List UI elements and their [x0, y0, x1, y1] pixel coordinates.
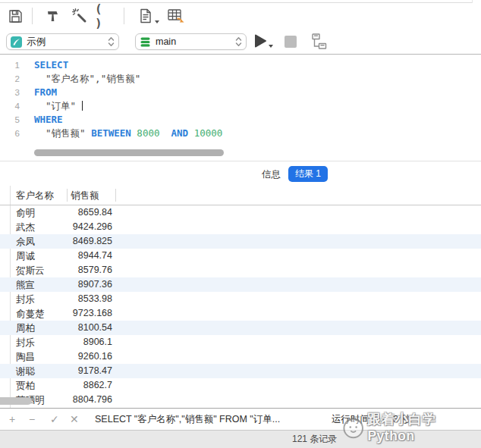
table-row[interactable]: 俞明8659.84	[0, 205, 481, 220]
cell-sales-amount[interactable]: 8579.76	[38, 265, 112, 275]
chevron-up-down-icon	[108, 36, 115, 47]
table-row[interactable]: 封乐8533.98	[0, 292, 481, 306]
table-row[interactable]: 谢聪9178.47	[0, 364, 481, 378]
table-row[interactable]: 封乐8906.1	[0, 335, 481, 349]
code-line: "客户名称","销售额"	[34, 72, 481, 86]
cell-sales-amount[interactable]: 9260.16	[38, 351, 112, 362]
line-number: 2	[0, 72, 20, 86]
database-icon	[140, 36, 151, 48]
stop-button[interactable]	[285, 36, 297, 48]
column-divider[interactable]	[115, 189, 116, 202]
cell-sales-amount[interactable]: 8906.1	[38, 337, 112, 347]
code-line: FROM	[34, 86, 481, 99]
cell-customer-name[interactable]: 封乐	[16, 337, 35, 349]
run-options-caret-icon[interactable]	[269, 45, 273, 48]
cell-sales-amount[interactable]: 9424.296	[38, 221, 112, 232]
sqlite-connection-icon	[11, 36, 22, 48]
cell-customer-name[interactable]: 武杰	[16, 221, 35, 234]
text-cursor	[82, 101, 83, 111]
table-row[interactable]: 苏晒明8804.796	[0, 393, 481, 407]
cell-sales-amount[interactable]: 8907.36	[38, 279, 112, 290]
cell-customer-name[interactable]: 谢聪	[16, 365, 35, 378]
cell-sales-amount[interactable]: 8862.7	[38, 380, 112, 390]
cell-sales-amount[interactable]: 8804.796	[38, 394, 112, 405]
results-header: 客户名称 销售额	[0, 186, 481, 205]
status-bar: + − ✓ ✕ SELECT "客户名称","销售额" FROM "订单... …	[0, 409, 481, 430]
code-snippet-icon: ( )	[95, 2, 116, 30]
editor-code[interactable]: SELECT "客户名称","销售额"FROM "订单" WHERE "销售额"…	[34, 55, 481, 140]
add-record-icon[interactable]: +	[9, 409, 15, 430]
tab-result-1[interactable]: 结果 1	[288, 166, 328, 182]
code-line: SELECT	[34, 58, 481, 72]
cell-sales-amount[interactable]: 8469.825	[38, 236, 112, 246]
grid-hscrollbar-thumb[interactable]	[0, 397, 32, 405]
run-button[interactable]	[254, 34, 267, 51]
line-number: 1	[0, 58, 20, 72]
cell-customer-name[interactable]: 封乐	[16, 293, 35, 306]
code-snippet-button[interactable]: ( )	[95, 5, 116, 27]
table-row[interactable]: 武杰9424.296	[0, 220, 481, 234]
cell-customer-name[interactable]: 俞明	[16, 207, 35, 220]
line-number: 4	[0, 99, 20, 113]
toolbar-separator	[32, 8, 33, 24]
toolbar: ( )	[0, 3, 481, 29]
query-tool-window: ( )	[0, 0, 481, 448]
table-row[interactable]: 贾柏8862.7	[0, 378, 481, 393]
results-body: 俞明8659.84武杰9424.296佘凤8469.825周诚8944.74贺斯…	[0, 205, 481, 407]
column-header-customer-name[interactable]: 客户名称	[16, 190, 54, 202]
export-document-button[interactable]	[135, 5, 156, 27]
cell-sales-amount[interactable]: 9723.168	[38, 308, 112, 318]
table-row[interactable]: 俞蔓楚9723.168	[0, 306, 481, 321]
result-tabbar: 信息 结果 1	[0, 161, 481, 186]
beautify-sql-button[interactable]	[69, 5, 90, 27]
code-line: WHERE	[34, 113, 481, 127]
record-count-bar: 121 条记录	[0, 430, 481, 448]
cell-sales-amount[interactable]: 8533.98	[38, 293, 112, 304]
tab-info[interactable]: 信息	[262, 168, 281, 181]
cell-customer-name[interactable]: 佘凤	[16, 236, 35, 249]
apply-changes-icon[interactable]: ✓	[50, 409, 59, 430]
export-document-icon	[138, 8, 153, 23]
line-number: 5	[0, 113, 20, 127]
code-line: "订单"	[34, 99, 481, 113]
database-select[interactable]: main	[135, 33, 247, 50]
table-row[interactable]: 周柏8100.54	[0, 321, 481, 335]
editor-gutter: 123456	[0, 55, 20, 140]
connection-label: 示例	[27, 36, 108, 49]
editor-hscrollbar-thumb[interactable]	[34, 149, 224, 156]
cell-sales-amount[interactable]: 8659.84	[38, 207, 112, 218]
column-divider[interactable]	[67, 189, 68, 202]
delete-record-icon[interactable]: −	[29, 409, 35, 430]
cell-customer-name[interactable]: 周柏	[16, 322, 35, 335]
cancel-changes-icon[interactable]: ✕	[70, 409, 79, 430]
cell-sales-amount[interactable]: 8100.54	[38, 322, 112, 333]
database-label: main	[156, 36, 235, 47]
table-row[interactable]: 佘凤8469.825	[0, 234, 481, 249]
table-row[interactable]: 周诚8944.74	[0, 249, 481, 263]
connection-select[interactable]: 示例	[6, 33, 119, 50]
save-button[interactable]	[5, 5, 26, 27]
explain-button[interactable]	[310, 33, 327, 52]
cell-customer-name[interactable]: 周诚	[16, 250, 35, 263]
table-row[interactable]: 熊宣8907.36	[0, 277, 481, 292]
line-number: 3	[0, 86, 20, 99]
table-row[interactable]: 陶昌9260.16	[0, 349, 481, 364]
cell-sales-amount[interactable]: 9178.47	[38, 365, 112, 376]
column-header-sales-amount[interactable]: 销售额	[71, 190, 99, 202]
explain-plan-icon	[310, 33, 327, 49]
cell-customer-name[interactable]: 陶昌	[16, 351, 35, 364]
sql-editor[interactable]: 123456 SELECT "客户名称","销售额"FROM "订单" WHER…	[0, 54, 481, 146]
record-count-text: 121 条记录	[292, 431, 337, 448]
export-table-icon	[168, 8, 185, 24]
editor-hscrollbar	[0, 146, 481, 161]
cell-sales-amount[interactable]: 8944.74	[38, 250, 112, 261]
save-icon	[8, 9, 23, 23]
query-builder-icon	[46, 9, 59, 23]
cell-customer-name[interactable]: 熊宣	[16, 279, 35, 292]
cell-customer-name[interactable]: 贾柏	[16, 380, 35, 393]
export-table-button[interactable]	[165, 5, 187, 27]
table-row[interactable]: 贺斯云8579.76	[0, 263, 481, 277]
query-builder-button[interactable]	[42, 5, 63, 27]
sql-preview-text: SELECT "客户名称","销售额" FROM "订单...	[95, 409, 280, 430]
results-grid: 客户名称 销售额 俞明8659.84武杰9424.296佘凤8469.825周诚…	[0, 186, 481, 409]
